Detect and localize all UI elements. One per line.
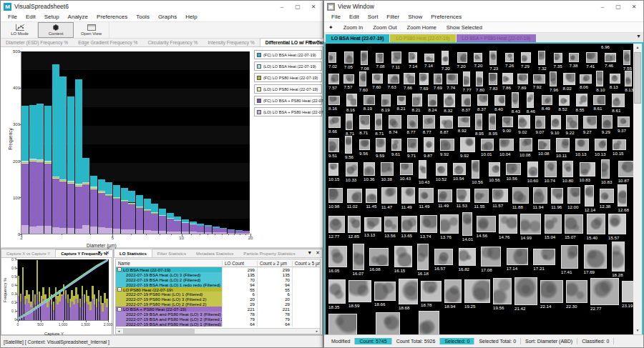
- particle-item[interactable]: 8.71: [375, 114, 384, 136]
- pointer-tool-icon[interactable]: ✦: [328, 24, 333, 31]
- particle-item[interactable]: 8.61: [612, 94, 625, 113]
- histogram-bar-segment[interactable]: [121, 202, 128, 229]
- particle-item[interactable]: 10.15: [328, 163, 339, 182]
- histogram-bar-segment[interactable]: [105, 196, 112, 228]
- histogram-bar-segment[interactable]: [82, 225, 89, 234]
- particle-item[interactable]: 19.25: [464, 279, 490, 309]
- particle-item[interactable]: 10.11: [556, 138, 570, 158]
- particle-item[interactable]: 17.08: [481, 247, 501, 272]
- particle-item[interactable]: 8.52: [559, 95, 570, 111]
- particle-item[interactable]: 7.08: [376, 53, 384, 69]
- particle-item[interactable]: 10.08: [538, 139, 550, 156]
- histogram-bar-segment[interactable]: [144, 209, 151, 210]
- histogram-bar-segment[interactable]: [197, 224, 204, 226]
- particle-item[interactable]: 23.19: [622, 281, 633, 308]
- histogram-bar-segment[interactable]: [220, 229, 227, 233]
- particle-item[interactable]: 10.33: [346, 162, 358, 182]
- histogram-bar-segment[interactable]: [151, 213, 158, 214]
- histogram-bar-segment[interactable]: [67, 182, 74, 183]
- histogram-bar-segment[interactable]: [182, 222, 189, 223]
- table-row[interactable]: −LO BSA Heat (22-07-19)2992995: [116, 267, 320, 272]
- particle-item[interactable]: 7.11: [391, 51, 401, 69]
- stats-tab[interactable]: LO Statistics: [114, 249, 152, 257]
- particle-item[interactable]: 7.55: [623, 50, 632, 71]
- particle-item[interactable]: 8.46: [527, 92, 535, 114]
- close-panel-icon[interactable]: ✕: [105, 250, 109, 256]
- particle-item[interactable]: 18.59: [348, 280, 371, 308]
- particle-item[interactable]: 8.13: [625, 71, 633, 92]
- particle-item[interactable]: 10.43: [400, 163, 413, 181]
- particle-item[interactable]: 12.38: [600, 189, 614, 209]
- particle-item[interactable]: 9.59: [376, 138, 386, 158]
- particle-item[interactable]: 7.23: [489, 51, 498, 71]
- esd-distribution-plot[interactable]: 0100200300400500251020: [21, 51, 250, 234]
- histogram-bar-segment[interactable]: [82, 158, 89, 182]
- particle-item[interactable]: 11.45: [366, 189, 377, 209]
- histogram-bar-segment[interactable]: [113, 199, 120, 229]
- particle-item[interactable]: 12.68: [618, 184, 628, 212]
- histogram-bar-segment[interactable]: [90, 227, 97, 234]
- dropdown-icon[interactable]: ▼: [97, 250, 102, 256]
- histogram-bar-segment[interactable]: [90, 188, 97, 189]
- histogram-bar-segment[interactable]: [75, 185, 82, 186]
- particle-item[interactable]: 7.02: [328, 52, 337, 69]
- particle-item[interactable]: 8.32: [444, 94, 455, 113]
- particle-item[interactable]: 7.41: [586, 52, 597, 69]
- particle-item[interactable]: 14.99: [520, 214, 541, 240]
- particle-item[interactable]: 10.56: [472, 160, 482, 184]
- particle-item[interactable]: 8.06: [580, 74, 592, 89]
- histogram-bar-segment[interactable]: [90, 187, 97, 188]
- histogram-bar-segment[interactable]: [205, 227, 212, 232]
- histogram-bar-segment[interactable]: [59, 181, 67, 182]
- histogram-bar-segment[interactable]: [44, 161, 52, 162]
- tab-dropdown-icon[interactable]: ▼: [636, 34, 641, 39]
- lo-mode-button[interactable]: LO Mode: [2, 22, 38, 38]
- close-panel-icon[interactable]: ✕: [316, 39, 321, 45]
- histogram-bar-segment[interactable]: [98, 191, 105, 192]
- histogram-bar-segment[interactable]: [243, 233, 250, 234]
- close-button[interactable]: ✕: [626, 1, 642, 11]
- histogram-bar-segment[interactable]: [144, 210, 151, 211]
- particle-item[interactable]: 13.76: [440, 214, 459, 239]
- particle-item[interactable]: 7.20: [457, 52, 467, 69]
- particle-item[interactable]: 17.14: [507, 248, 528, 271]
- histogram-bar-segment[interactable]: [151, 231, 158, 234]
- particle-item[interactable]: 15.40: [587, 214, 605, 240]
- particle-item[interactable]: 8.37: [462, 94, 471, 112]
- table-row[interactable]: 2022-07-19 BSA Heat (LO) 3 (Filtered)135…: [116, 272, 320, 277]
- particle-item[interactable]: 10.01: [481, 139, 494, 156]
- particle-item[interactable]: 8.16: [346, 94, 357, 112]
- particle-item[interactable]: 11.49: [401, 187, 415, 209]
- dataset-tab[interactable]: LO BSA + PS80 Heat (22-07-19): [457, 34, 536, 42]
- histogram-bar-segment[interactable]: [121, 229, 128, 234]
- histogram-bar-segment[interactable]: [167, 218, 174, 219]
- capture-frequency-plot[interactable]: 00.10.20.30.40.50.60.705001,0001,5002,00…: [17, 259, 109, 321]
- histogram-bar-segment[interactable]: [44, 163, 52, 164]
- particle-item[interactable]: 8.77: [423, 115, 435, 134]
- particle-item[interactable]: 7.38: [569, 53, 579, 68]
- histogram-bar-segment[interactable]: [59, 228, 67, 234]
- menu-tools[interactable]: Tools: [132, 14, 154, 20]
- particle-item[interactable]: 9.27: [583, 116, 597, 134]
- histogram-bar-segment[interactable]: [105, 195, 112, 196]
- histogram-bar-segment[interactable]: [67, 183, 74, 184]
- particle-item[interactable]: 15.04: [545, 214, 562, 239]
- maximize-button[interactable]: ▢: [290, 1, 306, 11]
- histogram-bar-segment[interactable]: [113, 198, 120, 199]
- particle-item[interactable]: 10.36: [364, 162, 375, 182]
- scrollbar-thumb[interactable]: [634, 52, 641, 104]
- histogram-bar-segment[interactable]: [128, 204, 135, 230]
- histogram-bar-segment[interactable]: [36, 162, 44, 227]
- particle-item[interactable]: 7.26: [505, 53, 514, 68]
- particle-item[interactable]: 9.71: [407, 138, 418, 158]
- particle-item[interactable]: 7.77: [463, 71, 472, 92]
- particle-item[interactable]: 7.92: [533, 74, 545, 89]
- table-row[interactable]: 2022-07-19 BSA and PS80 Heat (LO) 3 (Fil…: [116, 312, 320, 317]
- close-button[interactable]: ✕: [306, 1, 321, 11]
- particle-item[interactable]: 9.37: [618, 116, 630, 133]
- histogram-bar-segment[interactable]: [44, 226, 52, 234]
- particle-item[interactable]: 8.77: [407, 115, 418, 134]
- particle-item[interactable]: 14.01: [462, 212, 473, 242]
- particle-item[interactable]: 8.02: [563, 73, 575, 91]
- particle-item[interactable]: 16.07: [353, 244, 364, 276]
